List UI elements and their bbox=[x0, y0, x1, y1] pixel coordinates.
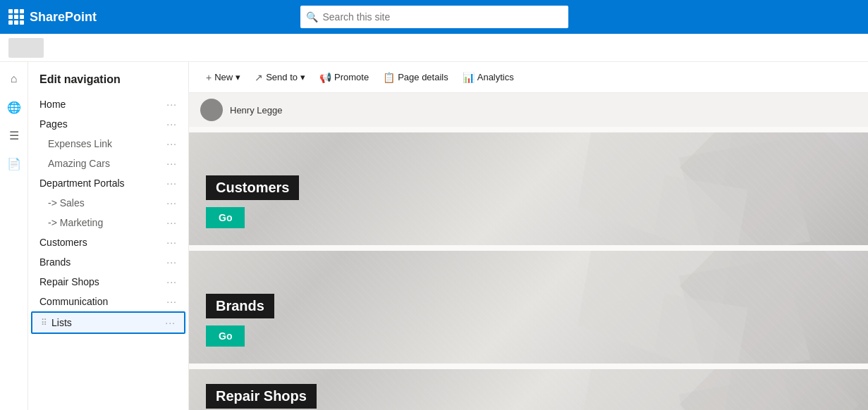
more-icon[interactable]: ··· bbox=[166, 178, 177, 189]
brands-card: Brands Go bbox=[189, 251, 868, 364]
second-bar bbox=[0, 34, 868, 62]
nav-item-label: Amazing Cars bbox=[48, 158, 110, 169]
rail-page-icon[interactable]: 📄 bbox=[3, 152, 25, 175]
nav-item-label: Lists bbox=[51, 317, 72, 328]
layout: ⌂ 🌐 ☰ 📄 Edit navigation Home ··· Pages ·… bbox=[0, 62, 868, 410]
nav-item-amazing-cars[interactable]: Amazing Cars ··· bbox=[28, 154, 188, 173]
nav-title: Edit navigation bbox=[28, 73, 188, 94]
chevron-down-icon: ▾ bbox=[300, 72, 305, 82]
search-bar: 🔍 bbox=[300, 6, 568, 28]
nav-item-label: Brands bbox=[39, 256, 71, 268]
drag-handle-icon: ⠿ bbox=[41, 318, 47, 328]
chevron-down-icon: ▾ bbox=[236, 72, 240, 82]
author-bar: Henry Legge bbox=[189, 93, 868, 127]
nav-item-marketing[interactable]: -> Marketing ··· bbox=[28, 213, 188, 232]
rail-list-icon[interactable]: ☰ bbox=[3, 124, 25, 147]
main-content: + New ▾ ↗ Send to ▾ 📢 Promote 📋 Page det… bbox=[189, 62, 868, 410]
search-input[interactable] bbox=[300, 6, 568, 28]
more-icon[interactable]: ··· bbox=[166, 296, 177, 307]
nav-item-pages[interactable]: Pages ··· bbox=[28, 114, 188, 134]
site-logo bbox=[8, 38, 44, 58]
nav-item-expenses[interactable]: Expenses Link ··· bbox=[28, 134, 188, 154]
more-icon[interactable]: ··· bbox=[165, 317, 176, 328]
nav-item-label: Pages bbox=[39, 118, 68, 130]
grid-icon bbox=[8, 9, 24, 25]
send-to-button[interactable]: ↗ Send to ▾ bbox=[249, 69, 311, 86]
card-content: Brands Go bbox=[206, 294, 274, 347]
more-icon[interactable]: ··· bbox=[166, 138, 177, 149]
new-button[interactable]: + New ▾ bbox=[200, 69, 246, 86]
nav-item-home[interactable]: Home ··· bbox=[28, 94, 188, 114]
send-to-label: Send to bbox=[266, 72, 298, 82]
nav-item-communication[interactable]: Communication ··· bbox=[28, 292, 188, 311]
more-icon[interactable]: ··· bbox=[166, 256, 177, 268]
toolbar: + New ▾ ↗ Send to ▾ 📢 Promote 📋 Page det… bbox=[189, 62, 868, 93]
page-details-label: Page details bbox=[398, 72, 448, 82]
card-title: Customers bbox=[206, 175, 299, 200]
nav-item-repair-shops[interactable]: Repair Shops ··· bbox=[28, 272, 188, 292]
nav-item-sales[interactable]: -> Sales ··· bbox=[28, 193, 188, 213]
more-icon[interactable]: ··· bbox=[166, 217, 177, 228]
analytics-button[interactable]: 📊 Analytics bbox=[457, 69, 520, 86]
nav-item-label: Communication bbox=[39, 296, 108, 307]
more-icon[interactable]: ··· bbox=[166, 158, 177, 169]
promote-button[interactable]: 📢 Promote bbox=[314, 69, 374, 86]
nav-item-brands[interactable]: Brands ··· bbox=[28, 252, 188, 272]
app-name: SharePoint bbox=[30, 10, 97, 25]
more-icon[interactable]: ··· bbox=[166, 276, 177, 287]
analytics-label: Analytics bbox=[477, 72, 514, 82]
more-icon[interactable]: ··· bbox=[166, 237, 177, 248]
nav-item-label: Customers bbox=[39, 237, 87, 248]
rail-globe-icon[interactable]: 🌐 bbox=[3, 96, 25, 118]
card-overlay bbox=[189, 251, 868, 364]
search-icon: 🔍 bbox=[306, 11, 318, 23]
top-bar: SharePoint 🔍 bbox=[0, 0, 868, 34]
nav-item-department-portals[interactable]: Department Portals ··· bbox=[28, 173, 188, 193]
avatar bbox=[200, 99, 223, 121]
app-logo[interactable]: SharePoint bbox=[8, 9, 97, 25]
nav-item-label: Home bbox=[39, 99, 66, 110]
page-details-icon: 📋 bbox=[383, 72, 395, 83]
nav-item-label: Department Portals bbox=[39, 178, 125, 189]
card-content: Repair Shops bbox=[206, 384, 317, 409]
plus-icon: + bbox=[206, 72, 212, 83]
cards-area: Customers Go Brands Go bbox=[189, 127, 868, 410]
page-details-button[interactable]: 📋 Page details bbox=[377, 69, 454, 86]
promote-label: Promote bbox=[334, 72, 369, 82]
brands-go-button[interactable]: Go bbox=[206, 325, 245, 347]
nav-item-label: -> Sales bbox=[48, 197, 85, 209]
nav-item-label: Expenses Link bbox=[48, 138, 112, 149]
left-rail: ⌂ 🌐 ☰ 📄 bbox=[0, 62, 28, 410]
item-text: ⠿ Lists bbox=[41, 317, 72, 328]
more-icon[interactable]: ··· bbox=[166, 118, 177, 130]
card-content: Customers Go bbox=[206, 175, 299, 228]
repair-shops-card: Repair Shops bbox=[189, 369, 868, 410]
promote-icon: 📢 bbox=[319, 72, 331, 83]
more-icon[interactable]: ··· bbox=[166, 197, 177, 209]
nav-item-label: -> Marketing bbox=[48, 217, 103, 228]
nav-item-lists-selected[interactable]: ⠿ Lists ··· bbox=[31, 311, 185, 334]
card-title: Repair Shops bbox=[206, 384, 317, 409]
analytics-icon: 📊 bbox=[463, 72, 475, 83]
author-name: Henry Legge bbox=[230, 105, 282, 116]
customers-card: Customers Go bbox=[189, 132, 868, 245]
nav-panel: Edit navigation Home ··· Pages ··· Expen… bbox=[28, 62, 189, 410]
customers-go-button[interactable]: Go bbox=[206, 207, 245, 228]
rail-home-icon[interactable]: ⌂ bbox=[3, 68, 25, 90]
more-icon[interactable]: ··· bbox=[166, 99, 177, 110]
nav-item-customers[interactable]: Customers ··· bbox=[28, 232, 188, 252]
new-label: New bbox=[214, 72, 233, 82]
card-title: Brands bbox=[206, 294, 274, 318]
send-icon: ↗ bbox=[255, 72, 263, 83]
nav-item-label: Repair Shops bbox=[39, 276, 99, 287]
